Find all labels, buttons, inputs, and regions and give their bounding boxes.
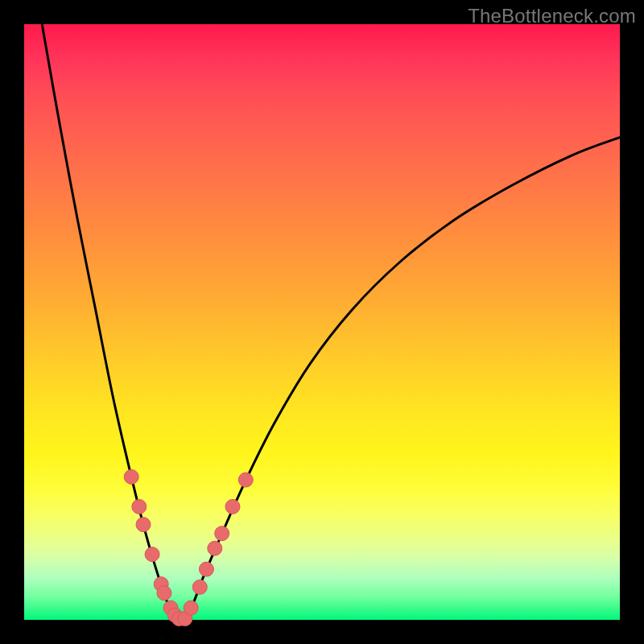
data-marker <box>145 547 159 562</box>
curve-left-branch <box>42 24 179 620</box>
chart-frame: TheBottleneck.com <box>0 0 644 644</box>
data-marker <box>136 518 151 532</box>
data-marker <box>157 586 171 601</box>
data-marker <box>192 580 207 594</box>
curve-layer <box>42 24 620 620</box>
marker-layer <box>124 469 253 625</box>
data-marker <box>208 541 222 555</box>
data-marker <box>124 469 138 484</box>
data-marker <box>215 526 229 541</box>
chart-svg <box>24 24 620 620</box>
data-marker <box>132 499 147 514</box>
data-marker <box>184 601 198 615</box>
curve-right-branch <box>179 138 620 620</box>
data-marker <box>225 499 240 514</box>
data-marker <box>238 473 253 487</box>
plot-area <box>24 24 620 620</box>
data-marker <box>199 562 213 576</box>
